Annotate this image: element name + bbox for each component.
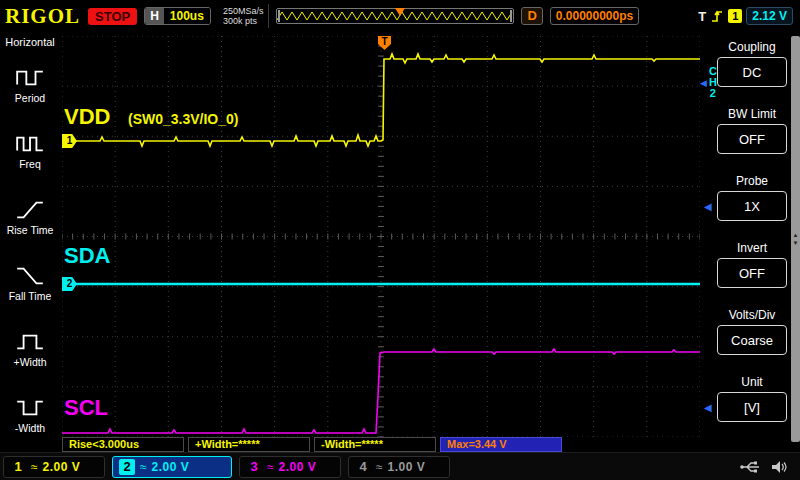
menu-item-value-button[interactable]: OFF [717, 124, 787, 154]
trigger-status: T 1 2.12 V [698, 7, 795, 25]
menu-item-value: OFF [739, 266, 765, 281]
delay-label: D [521, 7, 542, 25]
rigol-logo: RIGOL [5, 4, 81, 29]
measurement-results-bar: Rise<3.000us+Width=*****-Width=*****Max=… [62, 437, 700, 452]
menu-item-label: Probe [736, 174, 768, 188]
menu-item-label: BW Limit [728, 107, 776, 121]
menu-items: CouplingDCBW LimitOFFProbe◀1XInvertOFFVo… [716, 40, 788, 422]
trigger-position-icon[interactable] [395, 8, 405, 21]
menu-item-value-button[interactable]: ◀1X [717, 191, 787, 221]
coupling-icon: ≈ [376, 460, 383, 474]
left-arrow-icon: ◀ [704, 402, 712, 413]
menu-item-value: 1X [744, 199, 760, 214]
menu-item-value-button[interactable]: DC [717, 57, 787, 87]
sidebar-item-label: -Width [15, 422, 45, 434]
run-state-badge: STOP [88, 8, 137, 25]
menu-item-value: OFF [739, 132, 765, 147]
channel-scale: 2.00 V [43, 460, 81, 474]
menu-item-invert[interactable]: InvertOFF [716, 241, 788, 288]
scroll-down-icon: ▼ [793, 240, 799, 246]
sidebar-item-freq[interactable]: Freq [15, 133, 45, 170]
plus-width-icon [15, 331, 45, 353]
channel-scale: 1.00 V [388, 460, 426, 474]
quick-measure-sidebar: Horizontal PeriodFreqRise TimeFall Time+… [0, 32, 60, 452]
ch2-annotation: SDA [64, 243, 110, 269]
channel-blocks: 1≈2.00 V2≈2.00 V3≈2.00 V4≈1.00 V [3, 456, 450, 478]
oscilloscope-screen: RIGOL STOP H 100us 250MSa/s 300k pts D 0… [0, 0, 800, 480]
period-icon [15, 67, 45, 89]
sidebar-item-width[interactable]: +Width [14, 331, 47, 368]
sidebar-title: Horizontal [5, 36, 55, 48]
scroll-up-icon: ▲ [793, 232, 799, 238]
menu-item-value-button[interactable]: ◀[V] [717, 392, 787, 422]
waveform-display: VDD (SW0_3.3V/IO_0) SDA SCL 1 2 T [62, 36, 700, 437]
menu-item-value: [V] [744, 400, 760, 415]
tab-ch2-menu[interactable]: ◀ CH2 [700, 66, 717, 99]
channel-number: 2 [119, 459, 135, 475]
channel-number: 3 [246, 459, 262, 475]
menu-item-label: Volts/Div [729, 308, 776, 322]
delay-value: 0.00000000ps [550, 7, 639, 25]
measurement-max: Max=3.44 V [440, 437, 562, 452]
menu-item-label: Invert [737, 241, 767, 255]
sidebar-items: PeriodFreqRise TimeFall Time+Width-Width [0, 48, 60, 452]
channel-4-status[interactable]: 4≈1.00 V [348, 456, 450, 478]
ch1-annotation: VDD [64, 104, 110, 130]
menu-item-bw-limit[interactable]: BW LimitOFF [716, 107, 788, 154]
channel-2-status[interactable]: 2≈2.00 V [112, 456, 232, 478]
menu-item-label: Coupling [728, 40, 775, 54]
beeper-icon [771, 460, 787, 474]
sidebar-item-label: +Width [14, 356, 47, 368]
channel-3-status[interactable]: 3≈2.00 V [239, 456, 341, 478]
horizontal-position-widget[interactable] [276, 8, 514, 24]
menu-item-value-button[interactable]: Coarse [717, 325, 787, 355]
menu-item-value-button[interactable]: OFF [717, 258, 787, 288]
sample-rate: 250MSa/s [223, 6, 264, 16]
minus-width-icon [15, 397, 45, 419]
coupling-icon: ≈ [140, 460, 147, 474]
trace-ch3-scl [62, 349, 700, 433]
trigger-label: T [698, 9, 706, 24]
sidebar-item-fall-time[interactable]: Fall Time [9, 265, 52, 302]
sidebar-item-label: Freq [19, 158, 41, 170]
trigger-level-value: 2.12 V [746, 7, 793, 25]
sidebar-item-rise-time[interactable]: Rise Time [7, 199, 54, 236]
left-arrow-icon: ◀ [704, 201, 712, 212]
channel-status-bar: 1≈2.00 V2≈2.00 V3≈2.00 V4≈1.00 V [0, 452, 800, 480]
channel-menu-panel: ◀ CH2 CouplingDCBW LimitOFFProbe◀1XInver… [700, 32, 800, 452]
menu-item-value: DC [743, 65, 762, 80]
menu-item-volts-div[interactable]: Volts/DivCoarse [716, 308, 788, 355]
freq-icon [15, 133, 45, 155]
horizontal-label: H [145, 8, 164, 24]
sidebar-item-label: Fall Time [9, 290, 52, 302]
menu-scrollbar[interactable]: ▲ ▼ [791, 36, 800, 442]
channel-number: 1 [10, 459, 26, 475]
trigger-source-badge: 1 [728, 9, 742, 23]
acquisition-info: 250MSa/s 300k pts [218, 4, 270, 28]
coupling-icon: ≈ [267, 460, 274, 474]
rise-time-icon [15, 199, 45, 221]
usb-icon [740, 460, 762, 474]
menu-item-probe[interactable]: Probe◀1X [716, 174, 788, 221]
timebase-value: 100us [164, 8, 210, 24]
rising-edge-icon [710, 8, 724, 24]
measurement-rise: Rise<3.000us [62, 437, 184, 452]
menu-item-coupling[interactable]: CouplingDC [716, 40, 788, 87]
system-status-icons [740, 460, 797, 474]
menu-item-unit[interactable]: Unit◀[V] [716, 375, 788, 422]
trace-ch1-vdd [62, 54, 700, 146]
waveform-traces [62, 36, 700, 437]
sidebar-item-width[interactable]: -Width [15, 397, 45, 434]
menu-item-value: Coarse [731, 333, 773, 348]
ch3-annotation: SCL [64, 395, 108, 421]
range-endcap-right [510, 10, 512, 22]
top-status-bar: RIGOL STOP H 100us 250MSa/s 300k pts D 0… [0, 0, 800, 32]
channel-number: 4 [355, 459, 371, 475]
memory-depth: 300k pts [223, 16, 264, 26]
fall-time-icon [15, 265, 45, 287]
measurement-plus-width: +Width=***** [188, 437, 310, 452]
range-endcap-left [278, 10, 280, 22]
collapse-left-arrow-icon: ◀ [700, 78, 707, 88]
channel-1-status[interactable]: 1≈2.00 V [3, 456, 105, 478]
sidebar-item-period[interactable]: Period [15, 67, 45, 104]
